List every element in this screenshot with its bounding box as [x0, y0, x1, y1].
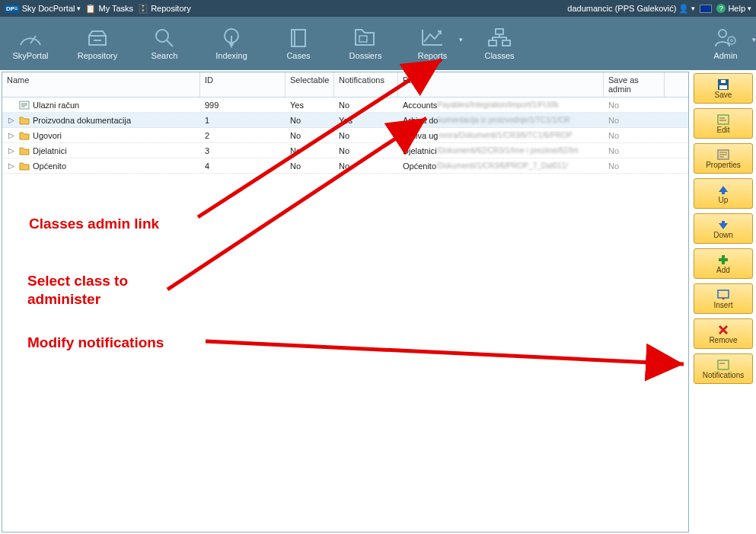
- row-save-as-admin: No: [604, 146, 665, 155]
- row-notifications: Yes: [334, 116, 398, 125]
- chart-icon: [419, 27, 445, 48]
- ribbon-nav: SkyPortal Repository Search Indexing Cas…: [0, 17, 756, 70]
- expand-toggle[interactable]: ▷: [7, 146, 16, 155]
- col-path[interactable]: Path: [398, 72, 604, 97]
- svg-rect-6: [292, 30, 305, 46]
- folder-icon: [19, 116, 30, 125]
- nav-dossiers[interactable]: Dossiers: [343, 27, 388, 60]
- table-row[interactable]: ▷Ugovori2NoNoArhiva ugovora/Dokumenti/1/…: [2, 128, 688, 143]
- table-row[interactable]: ▷Proizvodna dokumentacija1NoYesArhiva do…: [2, 113, 688, 128]
- row-save-as-admin: No: [604, 161, 665, 171]
- svg-rect-11: [502, 40, 510, 46]
- folder-icon: [19, 161, 30, 171]
- help-icon: ?: [716, 4, 726, 13]
- properties-icon: [717, 149, 729, 161]
- table-row[interactable]: ▷Djelatnici3NoNoDjelatnici/Dokumenti/62/…: [2, 143, 688, 158]
- annotation-text: Select class to administer: [27, 272, 180, 309]
- svg-rect-8: [359, 36, 367, 42]
- row-notifications: No: [334, 131, 398, 140]
- gauge-icon: [18, 27, 43, 48]
- row-save-as-admin: No: [604, 131, 665, 140]
- svg-rect-9: [496, 29, 503, 34]
- folder-icon: [352, 27, 378, 48]
- expand-toggle[interactable]: ▷: [7, 161, 16, 170]
- nav-reports[interactable]: ▾ Reports: [410, 27, 455, 60]
- row-name: Proizvodna dokumentacija: [33, 116, 131, 125]
- col-save-as-admin[interactable]: Save as admin: [604, 72, 665, 97]
- row-path: Arhiva ugovora/Dokumenti/1/CR3/6/TC1/6/P…: [398, 131, 604, 140]
- table-row[interactable]: Ulazni račun999YesNoAccountsPayables/Int…: [2, 98, 688, 113]
- notify-icon: [717, 359, 729, 371]
- row-save-as-admin: No: [604, 101, 665, 110]
- expand-toggle[interactable]: ▷: [7, 116, 16, 124]
- insert-icon: [717, 289, 729, 301]
- dropdown-caret-icon: ▾: [752, 36, 756, 43]
- remove-button[interactable]: Remove: [694, 318, 753, 349]
- table-body: Ulazni račun999YesNoAccountsPayables/Int…: [2, 98, 688, 174]
- properties-button[interactable]: Properties: [694, 143, 753, 174]
- table-row[interactable]: ▷Općenito4NoNoOpćenito/Dokumenti/1/CR3/6…: [2, 158, 688, 174]
- caret-down-icon: ▾: [691, 5, 695, 12]
- edit-icon: [717, 114, 729, 126]
- svg-rect-32: [718, 360, 729, 369]
- nav-classes[interactable]: Classes: [477, 27, 522, 60]
- user-label: dadumancic (PPS Galeković): [567, 4, 676, 13]
- row-notifications: No: [334, 101, 398, 110]
- row-notifications: No: [334, 161, 398, 171]
- row-id: 2: [200, 131, 285, 140]
- svg-point-14: [731, 40, 733, 42]
- caret-down-icon: ▾: [77, 5, 81, 12]
- row-notifications: No: [334, 146, 398, 155]
- nav-search[interactable]: Search: [142, 27, 187, 60]
- insert-button[interactable]: Insert: [694, 283, 753, 314]
- plus-icon: [718, 254, 729, 266]
- repository-link[interactable]: 🗄️ Repository: [138, 4, 191, 14]
- svg-rect-21: [721, 80, 726, 83]
- svg-point-12: [719, 30, 726, 37]
- col-id[interactable]: ID: [200, 72, 285, 97]
- help-menu[interactable]: ? Help ▾: [716, 4, 751, 13]
- app-logo-icon: DP≡: [5, 5, 20, 13]
- repository-label: Repository: [151, 4, 191, 13]
- svg-rect-10: [489, 40, 496, 46]
- nav-cases[interactable]: Cases: [276, 27, 321, 60]
- admin-icon: [713, 27, 738, 48]
- up-button[interactable]: Up: [694, 178, 753, 209]
- help-label: Help: [728, 4, 745, 13]
- nav-skyportal[interactable]: SkyPortal: [8, 27, 53, 60]
- row-selectable: Yes: [285, 101, 334, 110]
- notifications-button[interactable]: Notifications: [694, 353, 753, 384]
- save-button[interactable]: Save: [694, 73, 753, 104]
- row-name: Djelatnici: [33, 146, 67, 155]
- col-name[interactable]: Name: [2, 72, 200, 97]
- app-menu[interactable]: DP≡ Sky DocPortal ▾: [5, 4, 81, 13]
- nav-indexing[interactable]: Indexing: [209, 27, 254, 60]
- col-selectable[interactable]: Selectable: [285, 72, 334, 97]
- svg-rect-31: [718, 290, 729, 298]
- row-id: 999: [200, 101, 285, 110]
- svg-rect-20: [719, 85, 727, 89]
- expand-toggle[interactable]: ▷: [7, 131, 16, 139]
- down-button[interactable]: Down: [694, 213, 753, 244]
- book-icon: [285, 27, 311, 48]
- add-button[interactable]: Add: [694, 248, 753, 279]
- table-header: Name ID Selectable Notifications Path Sa…: [2, 72, 688, 98]
- touch-icon: [219, 27, 244, 48]
- drawer-icon: [85, 27, 110, 48]
- tasks-icon: 📋: [85, 4, 96, 14]
- edit-button[interactable]: Edit: [694, 108, 753, 139]
- document-icon: [19, 101, 30, 110]
- save-icon: [717, 78, 729, 91]
- language-menu[interactable]: [700, 5, 712, 13]
- nav-admin[interactable]: ▾ Admin: [703, 27, 748, 60]
- svg-point-3: [156, 30, 168, 42]
- row-path: AccountsPayables/Integration/Import/1/FU…: [398, 101, 604, 110]
- user-menu[interactable]: dadumancic (PPS Galeković) 👤 ▾: [567, 4, 695, 14]
- my-tasks-link[interactable]: 📋 My Tasks: [85, 4, 133, 14]
- hierarchy-icon: [486, 27, 512, 48]
- svg-rect-22: [718, 115, 729, 124]
- col-notifications[interactable]: Notifications: [334, 72, 398, 97]
- top-bar: DP≡ Sky DocPortal ▾ 📋 My Tasks 🗄️ Reposi…: [0, 0, 756, 17]
- nav-repository[interactable]: Repository: [75, 27, 120, 60]
- folder-icon: [19, 131, 30, 140]
